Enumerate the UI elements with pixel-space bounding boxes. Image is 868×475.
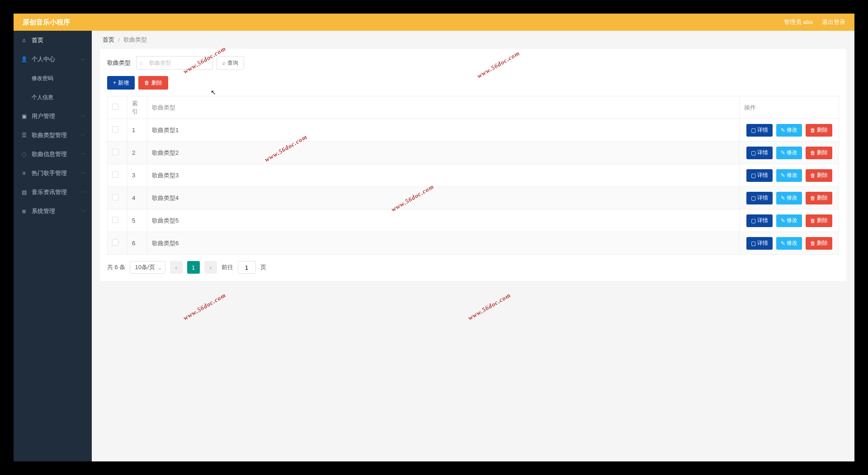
detail-button[interactable]: ▢ 详情 <box>746 169 773 182</box>
cell-type: 歌曲类型5 <box>147 209 740 232</box>
doc-icon: ▢ <box>751 127 756 133</box>
sidebar-item-home[interactable]: ⌂ 首页 <box>14 31 92 50</box>
row-checkbox[interactable] <box>112 171 118 178</box>
gear-icon: ≣ <box>21 208 27 214</box>
doc-icon: ▢ <box>751 195 756 201</box>
goto-input[interactable] <box>238 261 256 274</box>
table-row: 5歌曲类型5▢ 详情✎ 修改🗑 删除 <box>108 209 839 232</box>
cell-type: 歌曲类型6 <box>147 232 740 255</box>
search-input[interactable] <box>136 56 213 70</box>
cell-index: 1 <box>127 119 147 142</box>
sidebar-item-song-type-mgmt[interactable]: ☰ 歌曲类型管理 ﹀ <box>14 126 92 145</box>
trash-icon: 🗑 <box>810 127 816 133</box>
edit-button[interactable]: ✎ 修改 <box>776 237 802 250</box>
col-index: 索引 <box>127 96 147 119</box>
star-icon: ≡ <box>21 170 27 176</box>
page-prev[interactable]: ‹ <box>170 261 183 274</box>
detail-button[interactable]: ▢ 详情 <box>746 124 773 137</box>
select-all-checkbox[interactable] <box>112 104 118 110</box>
edit-button[interactable]: ✎ 修改 <box>776 214 802 227</box>
cell-type: 歌曲类型4 <box>147 187 740 209</box>
header-logout[interactable]: 退出登录 <box>822 18 845 26</box>
row-checkbox[interactable] <box>112 239 118 246</box>
edit-button[interactable]: ✎ 修改 <box>776 169 802 182</box>
chevron-down-icon: ﹀ <box>81 152 85 156</box>
main-panel: 歌曲类型 ⌕ ⌕ 查询 + 新增 🗑 <box>100 49 846 281</box>
row-delete-button[interactable]: 🗑 删除 <box>806 192 832 204</box>
detail-button[interactable]: ▢ 详情 <box>746 237 773 250</box>
sidebar-item-label: 歌曲信息管理 <box>32 150 67 158</box>
sidebar-item-system-mgmt[interactable]: ≣ 系统管理 ﹀ <box>14 202 92 221</box>
page-current[interactable]: 1 <box>187 261 200 274</box>
cell-index: 2 <box>127 142 147 164</box>
sidebar-item-change-password[interactable]: 修改密码 <box>14 69 92 88</box>
edit-icon: ✎ <box>781 150 785 156</box>
chevron-down-icon: ﹀ <box>81 171 85 175</box>
detail-button[interactable]: ▢ 详情 <box>746 147 773 159</box>
goto-prefix: 前往 <box>222 263 233 271</box>
button-label: 删除 <box>151 79 162 87</box>
sidebar-item-label: 系统管理 <box>32 207 55 215</box>
add-button[interactable]: + 新增 <box>107 76 135 90</box>
chevron-down-icon: ﹀ <box>81 133 85 137</box>
row-delete-button[interactable]: 🗑 删除 <box>806 169 832 182</box>
cell-index: 3 <box>127 164 147 187</box>
table-row: 4歌曲类型4▢ 详情✎ 修改🗑 删除 <box>108 187 839 209</box>
cell-type: 歌曲类型3 <box>147 164 740 187</box>
row-delete-button[interactable]: 🗑 删除 <box>806 214 832 227</box>
sidebar-item-label: 修改密码 <box>32 75 53 82</box>
sidebar-item-label: 热门歌手管理 <box>32 169 67 177</box>
detail-button[interactable]: ▢ 详情 <box>746 214 773 227</box>
users-icon: ▣ <box>21 113 27 119</box>
goto-suffix: 页 <box>260 263 266 271</box>
query-button[interactable]: ⌕ 查询 <box>217 56 244 70</box>
sidebar-item-personal-info[interactable]: 个人信息 <box>14 88 92 107</box>
sidebar-item-label: 个人信息 <box>32 94 53 101</box>
search-icon: ⌕ <box>222 60 226 66</box>
edit-icon: ✎ <box>781 172 785 179</box>
chevron-down-icon: ﹀ <box>81 114 85 118</box>
doc-icon: ▢ <box>751 150 756 156</box>
doc-icon: ▢ <box>751 218 756 224</box>
row-delete-button[interactable]: 🗑 删除 <box>806 147 832 159</box>
news-icon: ▤ <box>21 189 27 195</box>
header-admin[interactable]: 管理员 abo <box>784 18 813 26</box>
breadcrumb-current: 歌曲类型 <box>123 36 147 44</box>
cell-index: 5 <box>127 209 147 232</box>
row-checkbox[interactable] <box>112 149 118 155</box>
row-delete-button[interactable]: 🗑 删除 <box>806 237 832 250</box>
sidebar-item-music-news-mgmt[interactable]: ▤ 音乐资讯管理 ﹀ <box>14 183 92 202</box>
doc-icon: ▢ <box>751 240 756 247</box>
trash-icon: 🗑 <box>810 218 816 224</box>
edit-button[interactable]: ✎ 修改 <box>776 124 802 137</box>
edit-button[interactable]: ✎ 修改 <box>776 147 802 159</box>
row-checkbox[interactable] <box>112 194 118 200</box>
trash-icon: 🗑 <box>810 150 816 156</box>
edit-icon: ✎ <box>781 195 785 201</box>
category-icon: ☰ <box>21 132 27 138</box>
breadcrumb-home[interactable]: 首页 <box>103 36 114 44</box>
detail-button[interactable]: ▢ 详情 <box>746 192 773 204</box>
app-header: 原创音乐小程序 管理员 abo 退出登录 <box>14 14 854 31</box>
search-label: 歌曲类型 <box>107 59 131 67</box>
edit-button[interactable]: ✎ 修改 <box>776 192 802 204</box>
pagination: 共 6 条 10条/页 ‹ 1 › 前往 页 <box>107 261 839 274</box>
sidebar: ⌂ 首页 👤 个人中心 ︿ 修改密码 个人信息 ▣ 用户管理 ﹀ ☰ 歌曲类型管… <box>14 31 92 461</box>
sidebar-item-song-info-mgmt[interactable]: ◌ 歌曲信息管理 ﹀ <box>14 145 92 164</box>
sidebar-item-user-mgmt[interactable]: ▣ 用户管理 ﹀ <box>14 107 92 126</box>
row-checkbox[interactable] <box>112 126 118 133</box>
page-next[interactable]: › <box>204 261 217 274</box>
plus-icon: + <box>113 80 116 86</box>
row-checkbox[interactable] <box>112 217 118 223</box>
sidebar-item-hot-singer-mgmt[interactable]: ≡ 热门歌手管理 ﹀ <box>14 164 92 183</box>
cell-type: 歌曲类型1 <box>147 119 740 142</box>
sidebar-item-label: 首页 <box>32 36 43 44</box>
app-title: 原创音乐小程序 <box>23 18 70 27</box>
edit-icon: ✎ <box>781 240 785 247</box>
page-size-select[interactable]: 10条/页 <box>130 261 165 274</box>
delete-button[interactable]: 🗑 删除 <box>138 76 168 90</box>
row-delete-button[interactable]: 🗑 删除 <box>806 124 832 137</box>
table-row: 3歌曲类型3▢ 详情✎ 修改🗑 删除 <box>108 164 839 187</box>
sidebar-item-personal[interactable]: 👤 个人中心 ︿ <box>14 50 92 69</box>
chevron-up-icon: ︿ <box>81 57 85 61</box>
